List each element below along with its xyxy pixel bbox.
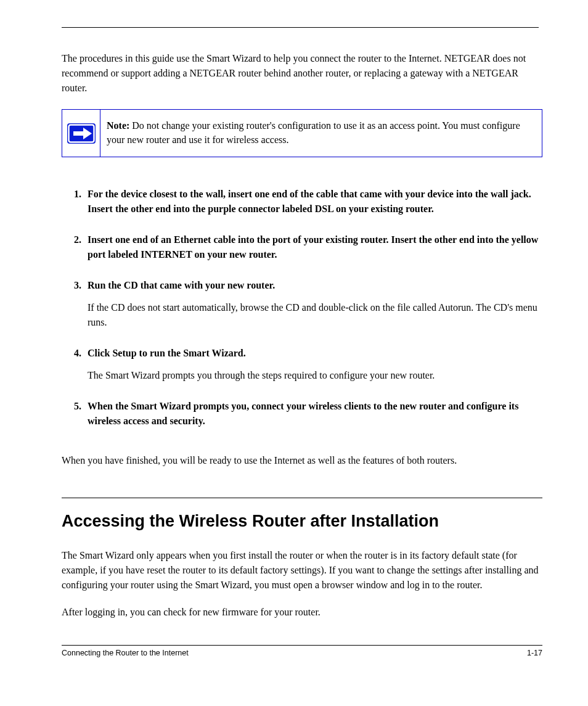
note-label: Note: — [107, 120, 129, 131]
section-body-1: The Smart Wizard only appears when you f… — [62, 548, 539, 593]
footer-rule — [62, 645, 542, 646]
step-5-text: When the Smart Wizard prompts you, conne… — [88, 401, 518, 426]
step-3-sub: If the CD does not start automatically, … — [88, 300, 539, 330]
note-body: Do not change your existing router's con… — [107, 120, 520, 145]
step-4-text: Click Setup to run the Smart Wizard. — [88, 348, 246, 358]
footer-right: 1-17 — [527, 649, 542, 657]
footer-left: Connecting the Router to the Internet — [62, 649, 189, 657]
step-4-sub: The Smart Wizard prompts you through the… — [88, 368, 539, 383]
step-2: Insert one end of an Ethernet cable into… — [74, 232, 539, 262]
footer: Connecting the Router to the Internet 1-… — [62, 649, 542, 657]
svg-rect-2 — [73, 131, 83, 136]
closing-paragraph: When you have finished, you will be read… — [62, 453, 539, 468]
intro-paragraph: The procedures in this guide use the Sma… — [62, 51, 539, 96]
step-4: Click Setup to run the Smart Wizard. The… — [74, 346, 539, 383]
steps-list: For the device closest to the wall, inse… — [62, 187, 539, 429]
step-5: When the Smart Wizard prompts you, conne… — [74, 399, 539, 429]
step-2-text: Insert one end of an Ethernet cable into… — [88, 234, 538, 260]
step-1-text: For the device closest to the wall, inse… — [88, 189, 531, 214]
top-rule — [62, 27, 539, 28]
section-body-2: After logging in, you can check for new … — [62, 605, 539, 620]
step-3-text: Run the CD that came with your new route… — [88, 280, 275, 290]
note-box: Note: Do not change your existing router… — [62, 109, 542, 157]
step-3: Run the CD that came with your new route… — [74, 278, 539, 330]
step-1: For the device closest to the wall, inse… — [74, 187, 539, 216]
note-text: Note: Do not change your existing router… — [100, 110, 542, 157]
section-rule — [62, 498, 542, 498]
arrow-right-icon — [67, 123, 96, 144]
section-heading: Accessing the Wireless Router after Inst… — [62, 512, 539, 531]
note-icon-cell — [62, 110, 100, 157]
